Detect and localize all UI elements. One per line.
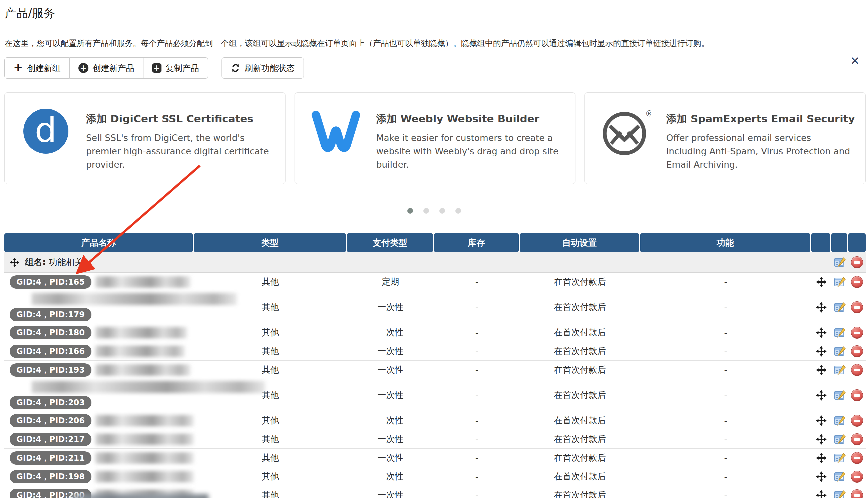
redacted-product-name <box>32 381 265 393</box>
group-name-label: 组名: 功能相关 <box>25 256 84 268</box>
stock-cell: - <box>434 361 520 379</box>
move-row-icon[interactable] <box>816 415 827 426</box>
stock-cell: - <box>434 449 520 467</box>
features-cell: - <box>640 273 811 291</box>
product-name-cell: GID:4，PID:165 <box>4 273 194 291</box>
move-row-icon[interactable] <box>816 471 827 482</box>
delete-product-icon[interactable] <box>851 364 863 376</box>
table-row: GID:4，PID:179 其他 一次性 - 在首次付款后 - <box>4 291 866 323</box>
promo-card-weebly[interactable]: 添加 Weebly Website Builder Make it easier… <box>295 92 576 184</box>
table-row: GID:4，PID:193 其他 一次性 - 在首次付款后 - <box>4 361 866 379</box>
edit-product-icon[interactable] <box>834 452 846 464</box>
redacted-product-name <box>95 452 194 464</box>
stock-cell: - <box>434 273 520 291</box>
payment-type-cell: 一次性 <box>347 379 434 411</box>
edit-product-icon[interactable] <box>834 301 846 313</box>
payment-type-cell: 一次性 <box>347 323 434 342</box>
move-group-icon[interactable] <box>10 257 20 267</box>
plus-icon: + <box>13 62 23 73</box>
edit-product-icon[interactable] <box>834 276 846 288</box>
redacted-product-name <box>95 471 194 482</box>
move-row-icon[interactable] <box>816 302 827 313</box>
refresh-icon <box>230 63 241 73</box>
type-cell: 其他 <box>194 323 347 342</box>
plus-square-icon: + <box>152 63 162 73</box>
move-row-icon[interactable] <box>816 434 827 445</box>
stock-cell: - <box>434 411 520 430</box>
delete-product-icon[interactable] <box>851 276 863 288</box>
table-row: GID:4，PID:166 其他 一次性 - 在首次付款后 - <box>4 342 866 361</box>
auto-setup-cell: 在首次付款后 <box>520 323 640 342</box>
table-row: GID:4，PID:180 其他 一次性 - 在首次付款后 - <box>4 323 866 342</box>
column-header: 产品名称 <box>4 233 193 252</box>
move-row-icon[interactable] <box>816 364 827 376</box>
auto-setup-cell: 在首次付款后 <box>520 486 640 498</box>
delete-product-icon[interactable] <box>851 415 863 427</box>
promo-card-spamexperts[interactable]: ® 添加 SpamExperts Email Security Offer pr… <box>585 92 866 184</box>
product-name-cell: GID:4，PID:193 <box>4 361 194 379</box>
group-name: 功能相关 <box>49 257 84 267</box>
features-cell: - <box>640 467 811 486</box>
gid-pid-badge: GID:4，PID:203 <box>10 396 91 409</box>
toolbar-button-group: + 创建新组 + 创建新产品 + 复制产品 <box>4 57 208 79</box>
auto-setup-cell: 在首次付款后 <box>520 273 640 291</box>
features-cell: - <box>640 486 811 498</box>
carousel-dot-3[interactable] <box>439 208 445 214</box>
refresh-feature-status-button[interactable]: 刷新功能状态 <box>221 57 304 79</box>
product-name-cell: GID:4，PID:217 <box>4 430 194 448</box>
create-group-button[interactable]: + 创建新组 <box>4 57 70 79</box>
products-services-page: 产品/服务 在这里，您可以配置所有产品和服务。每个产品必须分配到一个组，该组可以… <box>0 0 868 498</box>
stock-cell: - <box>434 342 520 361</box>
delete-product-icon[interactable] <box>851 345 863 357</box>
product-name-cell: GID:4，PID:198 <box>4 467 194 486</box>
delete-group-icon[interactable] <box>851 256 863 268</box>
create-product-button[interactable]: + 创建新产品 <box>70 57 143 79</box>
delete-product-icon[interactable] <box>851 327 863 339</box>
edit-product-icon[interactable] <box>834 345 846 357</box>
gid-pid-badge: GID:4，PID:198 <box>10 470 91 483</box>
move-row-icon[interactable] <box>816 276 827 288</box>
delete-product-icon[interactable] <box>851 489 863 498</box>
redacted-product-name <box>95 415 194 426</box>
type-cell: 其他 <box>194 430 347 448</box>
edit-group-icon[interactable] <box>834 256 846 268</box>
move-row-icon[interactable] <box>816 390 827 401</box>
delete-product-icon[interactable] <box>851 433 863 445</box>
payment-type-cell: 一次性 <box>347 467 434 486</box>
move-row-icon[interactable] <box>816 346 827 357</box>
delete-product-icon[interactable] <box>851 389 863 401</box>
edit-product-icon[interactable] <box>834 433 846 445</box>
move-row-icon[interactable] <box>816 490 827 498</box>
delete-product-icon[interactable] <box>851 471 863 483</box>
promo-card-digicert[interactable]: d 添加 DigiCert SSL Certificates Sell SSL'… <box>4 92 285 184</box>
payment-type-cell: 一次性 <box>347 342 434 361</box>
type-cell: 其他 <box>194 467 347 486</box>
edit-product-icon[interactable] <box>834 415 846 427</box>
edit-product-icon[interactable] <box>834 364 846 376</box>
carousel-dot-4[interactable] <box>455 208 461 214</box>
edit-product-icon[interactable] <box>834 489 846 498</box>
page-description: 在这里，您可以配置所有产品和服务。每个产品必须分配到一个组，该组可以显示或隐藏在… <box>5 38 862 49</box>
auto-setup-cell: 在首次付款后 <box>520 379 640 411</box>
close-promo-button[interactable]: × <box>851 53 859 68</box>
duplicate-product-label: 复制产品 <box>166 63 199 74</box>
features-cell: - <box>640 361 811 379</box>
edit-product-icon[interactable] <box>834 389 846 401</box>
move-row-icon[interactable] <box>816 327 827 338</box>
payment-type-cell: 一次性 <box>347 291 434 323</box>
promo-title: 添加 Weebly Website Builder <box>376 112 563 126</box>
edit-product-icon[interactable] <box>834 471 846 483</box>
carousel-dot-1[interactable] <box>407 208 413 214</box>
carousel-dot-2[interactable] <box>423 208 429 214</box>
stock-cell: - <box>434 291 520 323</box>
redacted-product-name <box>95 327 187 338</box>
weebly-logo <box>311 109 361 155</box>
delete-product-icon[interactable] <box>851 452 863 464</box>
stock-cell: - <box>434 379 520 411</box>
move-row-icon[interactable] <box>816 452 827 464</box>
payment-type-cell: 一次性 <box>347 411 434 430</box>
redacted-content <box>72 494 208 498</box>
edit-product-icon[interactable] <box>834 327 846 339</box>
duplicate-product-button[interactable]: + 复制产品 <box>143 57 208 79</box>
delete-product-icon[interactable] <box>851 301 863 313</box>
